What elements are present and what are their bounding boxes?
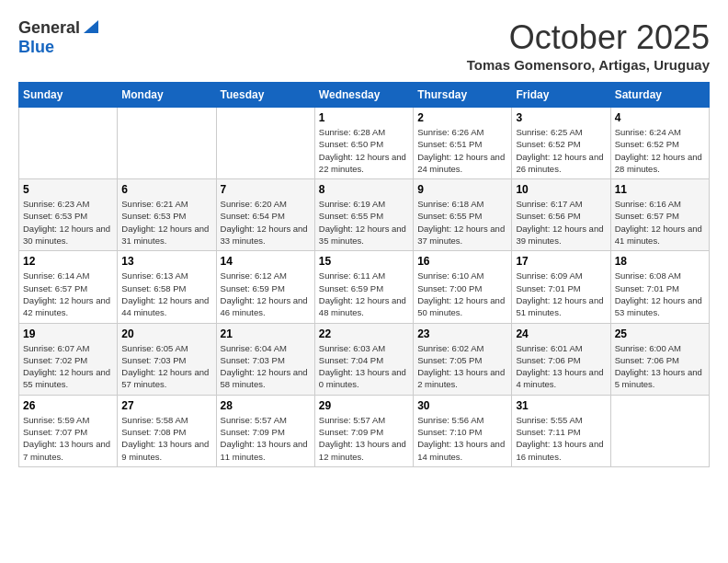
calendar-cell: 7Sunrise: 6:20 AM Sunset: 6:54 PM Daylig… <box>216 179 314 251</box>
day-number: 3 <box>516 111 606 124</box>
day-number: 28 <box>221 399 311 412</box>
day-info: Sunrise: 6:20 AM Sunset: 6:54 PM Dayligh… <box>221 198 311 247</box>
header-day-wednesday: Wednesday <box>314 83 413 108</box>
day-info: Sunrise: 6:05 AM Sunset: 7:03 PM Dayligh… <box>121 342 211 391</box>
svg-marker-0 <box>84 20 98 33</box>
day-info: Sunrise: 6:21 AM Sunset: 6:53 PM Dayligh… <box>121 198 211 247</box>
calendar-cell: 27Sunrise: 5:58 AM Sunset: 7:08 PM Dayli… <box>118 395 216 466</box>
calendar-cell: 16Sunrise: 6:10 AM Sunset: 7:00 PM Dayli… <box>414 251 512 323</box>
day-number: 4 <box>615 111 705 124</box>
day-info: Sunrise: 6:07 AM Sunset: 7:02 PM Dayligh… <box>23 342 113 391</box>
week-row-3: 12Sunrise: 6:14 AM Sunset: 6:57 PM Dayli… <box>19 251 710 323</box>
calendar-cell <box>610 395 709 466</box>
logo-icon <box>82 18 98 35</box>
day-number: 22 <box>319 327 409 340</box>
calendar-cell: 1Sunrise: 6:28 AM Sunset: 6:50 PM Daylig… <box>314 108 413 179</box>
calendar-header-row: SundayMondayTuesdayWednesdayThursdayFrid… <box>19 83 710 108</box>
calendar-cell: 24Sunrise: 6:01 AM Sunset: 7:06 PM Dayli… <box>512 323 610 395</box>
calendar-body: 1Sunrise: 6:28 AM Sunset: 6:50 PM Daylig… <box>19 108 710 467</box>
calendar-cell: 10Sunrise: 6:17 AM Sunset: 6:56 PM Dayli… <box>512 179 610 251</box>
week-row-1: 1Sunrise: 6:28 AM Sunset: 6:50 PM Daylig… <box>19 108 710 179</box>
week-row-4: 19Sunrise: 6:07 AM Sunset: 7:02 PM Dayli… <box>19 323 710 395</box>
day-number: 12 <box>23 255 113 268</box>
day-number: 30 <box>417 399 507 412</box>
day-number: 18 <box>615 255 705 268</box>
calendar-cell <box>19 108 118 179</box>
day-number: 5 <box>23 183 113 196</box>
day-number: 24 <box>516 327 606 340</box>
day-number: 7 <box>221 183 311 196</box>
calendar-cell: 2Sunrise: 6:26 AM Sunset: 6:51 PM Daylig… <box>414 108 512 179</box>
day-info: Sunrise: 6:11 AM Sunset: 6:59 PM Dayligh… <box>319 270 409 318</box>
calendar-table: SundayMondayTuesdayWednesdayThursdayFrid… <box>18 82 710 467</box>
day-info: Sunrise: 6:02 AM Sunset: 7:05 PM Dayligh… <box>417 342 507 391</box>
month-title: October 2025 <box>467 18 710 57</box>
calendar-cell: 8Sunrise: 6:19 AM Sunset: 6:55 PM Daylig… <box>314 179 413 251</box>
header-day-saturday: Saturday <box>610 83 709 108</box>
title-area: October 2025 Tomas Gomensoro, Artigas, U… <box>467 18 710 73</box>
day-info: Sunrise: 5:58 AM Sunset: 7:08 PM Dayligh… <box>121 414 211 463</box>
calendar-cell: 28Sunrise: 5:57 AM Sunset: 7:09 PM Dayli… <box>216 395 314 466</box>
calendar-cell <box>216 108 314 179</box>
day-number: 15 <box>319 255 409 268</box>
day-info: Sunrise: 6:03 AM Sunset: 7:04 PM Dayligh… <box>319 342 409 391</box>
header-day-sunday: Sunday <box>19 83 118 108</box>
day-info: Sunrise: 6:12 AM Sunset: 6:59 PM Dayligh… <box>221 270 311 318</box>
day-number: 21 <box>221 327 311 340</box>
calendar-cell: 14Sunrise: 6:12 AM Sunset: 6:59 PM Dayli… <box>216 251 314 323</box>
header-day-friday: Friday <box>512 83 610 108</box>
calendar-cell: 31Sunrise: 5:55 AM Sunset: 7:11 PM Dayli… <box>512 395 610 466</box>
calendar-cell: 11Sunrise: 6:16 AM Sunset: 6:57 PM Dayli… <box>610 179 709 251</box>
header-day-thursday: Thursday <box>414 83 512 108</box>
calendar-cell: 12Sunrise: 6:14 AM Sunset: 6:57 PM Dayli… <box>19 251 118 323</box>
day-info: Sunrise: 6:18 AM Sunset: 6:55 PM Dayligh… <box>417 198 507 247</box>
logo-blue: Blue <box>18 38 54 57</box>
day-info: Sunrise: 6:28 AM Sunset: 6:50 PM Dayligh… <box>319 126 409 175</box>
day-number: 20 <box>121 327 211 340</box>
week-row-2: 5Sunrise: 6:23 AM Sunset: 6:53 PM Daylig… <box>19 179 710 251</box>
header-day-monday: Monday <box>118 83 216 108</box>
logo: General Blue <box>18 18 98 57</box>
day-info: Sunrise: 6:26 AM Sunset: 6:51 PM Dayligh… <box>417 126 507 175</box>
day-number: 1 <box>319 111 409 124</box>
day-info: Sunrise: 6:25 AM Sunset: 6:52 PM Dayligh… <box>516 126 606 175</box>
logo-general: General <box>18 18 80 38</box>
day-info: Sunrise: 6:08 AM Sunset: 7:01 PM Dayligh… <box>615 270 705 318</box>
day-info: Sunrise: 5:57 AM Sunset: 7:09 PM Dayligh… <box>221 414 311 463</box>
day-info: Sunrise: 5:55 AM Sunset: 7:11 PM Dayligh… <box>516 414 606 463</box>
calendar-cell: 9Sunrise: 6:18 AM Sunset: 6:55 PM Daylig… <box>414 179 512 251</box>
day-number: 6 <box>121 183 211 196</box>
calendar-cell: 29Sunrise: 5:57 AM Sunset: 7:09 PM Dayli… <box>314 395 413 466</box>
day-info: Sunrise: 6:01 AM Sunset: 7:06 PM Dayligh… <box>516 342 606 391</box>
day-number: 13 <box>121 255 211 268</box>
calendar-cell: 25Sunrise: 6:00 AM Sunset: 7:06 PM Dayli… <box>610 323 709 395</box>
week-row-5: 26Sunrise: 5:59 AM Sunset: 7:07 PM Dayli… <box>19 395 710 466</box>
day-number: 9 <box>417 183 507 196</box>
day-info: Sunrise: 6:13 AM Sunset: 6:58 PM Dayligh… <box>121 270 211 318</box>
calendar-cell: 15Sunrise: 6:11 AM Sunset: 6:59 PM Dayli… <box>314 251 413 323</box>
day-info: Sunrise: 5:57 AM Sunset: 7:09 PM Dayligh… <box>319 414 409 463</box>
calendar-cell: 13Sunrise: 6:13 AM Sunset: 6:58 PM Dayli… <box>118 251 216 323</box>
day-number: 27 <box>121 399 211 412</box>
day-number: 16 <box>417 255 507 268</box>
day-number: 2 <box>417 111 507 124</box>
day-number: 8 <box>319 183 409 196</box>
calendar-cell: 30Sunrise: 5:56 AM Sunset: 7:10 PM Dayli… <box>414 395 512 466</box>
calendar-cell: 21Sunrise: 6:04 AM Sunset: 7:03 PM Dayli… <box>216 323 314 395</box>
calendar-cell: 23Sunrise: 6:02 AM Sunset: 7:05 PM Dayli… <box>414 323 512 395</box>
day-info: Sunrise: 6:14 AM Sunset: 6:57 PM Dayligh… <box>23 270 113 318</box>
calendar-cell: 20Sunrise: 6:05 AM Sunset: 7:03 PM Dayli… <box>118 323 216 395</box>
calendar-cell: 17Sunrise: 6:09 AM Sunset: 7:01 PM Dayli… <box>512 251 610 323</box>
day-info: Sunrise: 6:24 AM Sunset: 6:52 PM Dayligh… <box>615 126 705 175</box>
day-info: Sunrise: 6:17 AM Sunset: 6:56 PM Dayligh… <box>516 198 606 247</box>
day-number: 29 <box>319 399 409 412</box>
day-number: 31 <box>516 399 606 412</box>
day-info: Sunrise: 6:16 AM Sunset: 6:57 PM Dayligh… <box>615 198 705 247</box>
day-info: Sunrise: 5:56 AM Sunset: 7:10 PM Dayligh… <box>417 414 507 463</box>
calendar-cell <box>118 108 216 179</box>
calendar-cell: 3Sunrise: 6:25 AM Sunset: 6:52 PM Daylig… <box>512 108 610 179</box>
day-number: 19 <box>23 327 113 340</box>
day-info: Sunrise: 6:09 AM Sunset: 7:01 PM Dayligh… <box>516 270 606 318</box>
day-number: 25 <box>615 327 705 340</box>
calendar-cell: 19Sunrise: 6:07 AM Sunset: 7:02 PM Dayli… <box>19 323 118 395</box>
